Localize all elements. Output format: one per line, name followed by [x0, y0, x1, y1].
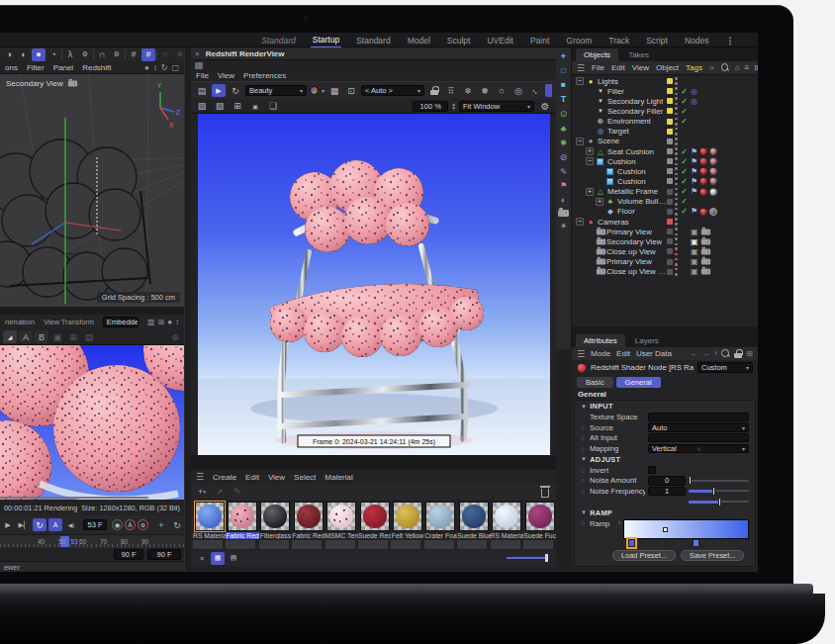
material-thumbnail[interactable] — [360, 502, 390, 531]
render-image[interactable]: Frame 0: 2024-03-21 14:24:11 (4m 25s) — [198, 114, 550, 455]
panel-splitter[interactable] — [572, 326, 758, 333]
menu-material[interactable]: Material — [325, 473, 352, 482]
lock-icon[interactable] — [734, 349, 742, 358]
target-tag-icon[interactable]: ◎ — [691, 87, 697, 96]
text-tool-icon[interactable]: T — [561, 94, 567, 104]
bucket-size-dropdown[interactable]: < Auto >▾ — [361, 85, 424, 96]
material-thumbnail[interactable] — [326, 502, 356, 531]
material-thumbnail[interactable] — [393, 502, 422, 531]
protection-tag-icon[interactable]: ▣ — [691, 228, 698, 236]
shading-hidden-line-icon[interactable]: ◔ — [46, 48, 60, 61]
deformer-settings-icon[interactable]: ⚙ — [110, 48, 124, 61]
menu-view[interactable]: View — [632, 63, 649, 72]
menu-view[interactable]: View — [218, 71, 234, 80]
light-object-icon[interactable]: ☀ — [560, 222, 567, 230]
range-start-field[interactable]: 90 F — [114, 549, 143, 560]
next-frame-button[interactable]: ▶▏ — [17, 518, 31, 531]
pin-icon[interactable] — [545, 84, 552, 97]
menu-edit[interactable]: Edit — [611, 63, 625, 72]
sphere-disabled-icon[interactable]: ○ — [158, 48, 172, 61]
camera-tag-icon[interactable] — [700, 259, 709, 265]
visibility-dots[interactable] — [675, 138, 678, 145]
enabled-check-icon[interactable]: ✓ — [680, 147, 689, 156]
layer-color[interactable] — [667, 168, 673, 174]
material-swatch[interactable]: RS Materia — [491, 502, 523, 539]
hamburger-icon[interactable]: ☰ — [577, 63, 585, 73]
visibility-dots[interactable] — [675, 167, 678, 175]
tree-row[interactable]: Cushion✓⚑ — [572, 176, 758, 186]
layout-tab-standard[interactable]: Standard — [354, 34, 393, 47]
list-view-icon[interactable]: ≡ — [195, 552, 209, 565]
add-material-button[interactable]: +▾ — [195, 486, 209, 499]
menu-object[interactable]: Object — [656, 63, 679, 72]
layer-color[interactable] — [667, 138, 673, 144]
layer-color[interactable] — [667, 88, 673, 94]
generator-icon[interactable]: ⊙ — [560, 109, 568, 119]
menu-options[interactable]: ons — [5, 63, 18, 72]
edit-material-icon[interactable]: ✎ — [231, 486, 244, 499]
image-tab-icon[interactable]: ◢ — [3, 330, 17, 343]
layer-color[interactable] — [667, 78, 673, 84]
material-swatch[interactable]: Fiberglass — [259, 502, 292, 539]
visibility-dots[interactable] — [675, 188, 678, 196]
bone-icon[interactable]: λ — [63, 48, 77, 61]
visibility-dots[interactable] — [675, 237, 678, 245]
trash-icon[interactable] — [538, 486, 552, 499]
visibility-dots[interactable] — [675, 177, 678, 185]
zoom-stepper[interactable]: ▴▾ — [452, 102, 455, 110]
compare-disabled-icon-1[interactable]: ▣ — [50, 330, 64, 343]
home-icon[interactable]: ⌂ — [735, 63, 740, 72]
wireframe-viewport[interactable]: Y Z X Secondary View Grid Spacing : 500 … — [0, 74, 184, 307]
material-thumbnail[interactable] — [425, 502, 455, 531]
menu-filter[interactable]: Filter — [27, 63, 45, 72]
expander-icon[interactable]: − — [576, 138, 584, 145]
layout-tab-startup[interactable]: Startup — [311, 33, 341, 48]
picture-viewer-image[interactable] — [0, 345, 184, 500]
hamburger-icon[interactable]: ☰ — [196, 472, 204, 482]
render-dot-icon[interactable]: ● — [167, 318, 172, 326]
camera-tag-icon[interactable] — [700, 269, 709, 275]
thumbnail-size-slider[interactable] — [507, 554, 552, 562]
material-swatch[interactable]: RS Materia — [193, 502, 226, 539]
visibility-dots[interactable] — [675, 107, 678, 115]
search-icon[interactable] — [721, 63, 730, 72]
view-transform-dropdown[interactable]: Embedded▾ — [103, 317, 139, 327]
layout-tab-uvedit[interactable]: UVEdit — [485, 34, 514, 47]
visibility-dots[interactable] — [675, 128, 678, 136]
material-thumbnail[interactable] — [525, 502, 555, 531]
ramp-marker[interactable] — [693, 539, 699, 547]
tree-row[interactable]: ▼Secondary Filler✓ — [572, 106, 758, 116]
protection-tag-icon[interactable]: ▣ — [691, 247, 698, 256]
menu-edit[interactable]: Edit — [616, 349, 630, 358]
tree-row[interactable]: Primary View▣ — [572, 227, 758, 236]
cube-primitive-icon[interactable]: ■ — [561, 80, 566, 89]
tree-row[interactable]: Primary View▣ — [572, 257, 758, 267]
enabled-check-icon[interactable]: ✓ — [680, 177, 689, 186]
compare-tab-b[interactable]: B — [35, 330, 48, 343]
layer-color[interactable] — [667, 129, 673, 135]
column-divider[interactable] — [184, 47, 191, 572]
menu-user-data[interactable]: User Data — [636, 349, 672, 358]
spline-rect-icon[interactable]: □ — [561, 66, 566, 75]
circle-tool-icon[interactable]: ○ — [495, 84, 509, 97]
material-thumbnail[interactable] — [492, 502, 521, 531]
layer-color[interactable] — [667, 148, 673, 154]
layout-tab-paint[interactable]: Paint — [528, 34, 551, 47]
ramp-marker[interactable] — [628, 539, 635, 547]
compare-disabled-icon-4[interactable]: ⊕ — [168, 330, 182, 343]
material-thumbnail[interactable] — [228, 502, 257, 531]
autokey-button[interactable]: A — [48, 518, 62, 531]
expander-icon[interactable]: + — [596, 198, 603, 206]
menu-animation[interactable]: nimation — [5, 318, 35, 326]
tree-row[interactable]: ⊕Environment✓ — [572, 117, 758, 127]
spline-pen-icon[interactable]: ✎ — [560, 167, 567, 176]
add-image-icon[interactable]: ⊞ — [231, 100, 244, 113]
tab-takes[interactable]: Takes — [620, 48, 657, 61]
loop-button[interactable]: ↻ — [33, 518, 46, 531]
material-swatch[interactable]: Suede Red — [358, 502, 391, 539]
split-view-icon[interactable]: ▥ — [147, 318, 155, 326]
layer-color[interactable] — [667, 119, 673, 125]
grid-snap-icon[interactable]: # — [141, 48, 155, 61]
tree-row[interactable]: ◎Target — [572, 127, 758, 137]
record-button[interactable]: ◉ — [112, 519, 123, 530]
